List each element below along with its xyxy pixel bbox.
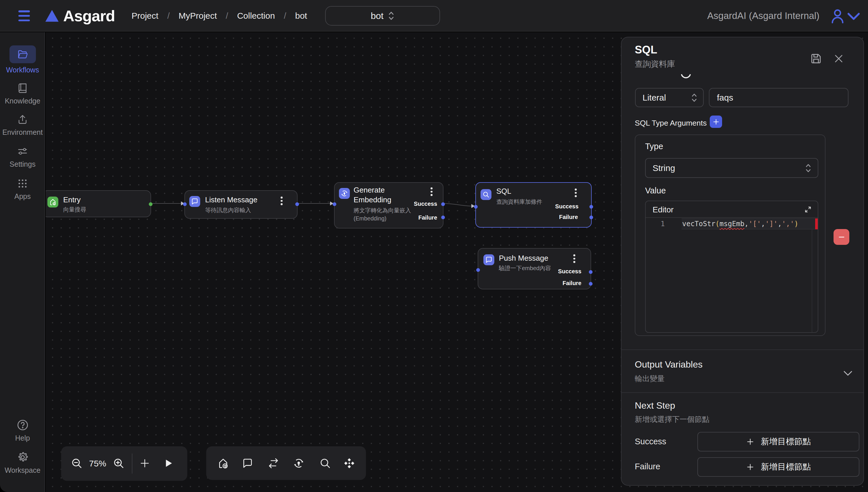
home-plus-icon bbox=[47, 197, 58, 207]
port-push-in[interactable] bbox=[476, 268, 480, 272]
node-menu-icon[interactable] bbox=[281, 197, 283, 205]
sidebar-item-workflows[interactable]: Workflows bbox=[0, 45, 45, 74]
next-step-failure-label: Failure bbox=[635, 462, 660, 471]
scrolled-icon-fragment bbox=[681, 74, 691, 82]
node-subtitle: 驗證一下embed內容 bbox=[499, 264, 551, 272]
argument-card: Type String Value Editor 1 vecToStr(msgE… bbox=[635, 134, 825, 336]
add-target-node-success-button[interactable]: 新增目標節點 bbox=[697, 432, 859, 451]
node-sql[interactable]: SQL 查詢資料庫加條件 Success Failure bbox=[475, 182, 592, 228]
add-argument-button[interactable] bbox=[710, 116, 722, 128]
panel-title: SQL bbox=[635, 44, 657, 56]
sidebar-item-workspace[interactable]: Workspace bbox=[0, 451, 45, 474]
search-node-button[interactable] bbox=[316, 454, 334, 472]
apps-grid-icon bbox=[17, 178, 28, 189]
close-icon[interactable] bbox=[834, 53, 844, 64]
swap-connection-button[interactable] bbox=[265, 454, 282, 472]
topbar: Asgard Project / MyProject / Collection … bbox=[0, 0, 868, 32]
type-label: Type bbox=[645, 142, 663, 151]
expand-icon[interactable] bbox=[804, 206, 812, 213]
node-title: Listen Message bbox=[205, 195, 257, 205]
node-title: Generate Embedding bbox=[354, 185, 402, 205]
argument-type-select[interactable]: String bbox=[645, 158, 818, 178]
select-updown-icon bbox=[805, 163, 811, 173]
run-button[interactable] bbox=[160, 454, 177, 472]
fit-view-button[interactable] bbox=[341, 454, 358, 472]
breadcrumb-separator: / bbox=[226, 11, 228, 21]
port-listen-out[interactable] bbox=[295, 202, 299, 206]
port-push-failure[interactable] bbox=[589, 282, 592, 286]
editor-body[interactable]: 1 vecToStr(msgEmb,'[',']',',') bbox=[646, 218, 818, 333]
output-variables-chevron-down-icon[interactable] bbox=[843, 369, 853, 377]
breadcrumb-separator: / bbox=[167, 11, 170, 21]
breadcrumb-item-project[interactable]: Project bbox=[131, 11, 158, 21]
port-listen-in[interactable] bbox=[183, 202, 187, 206]
edge-generate-sql bbox=[444, 203, 471, 206]
breadcrumb-item-bot[interactable]: bot bbox=[295, 11, 307, 21]
next-step-success-label: Success bbox=[635, 437, 666, 446]
port-generate-failure[interactable] bbox=[441, 216, 445, 219]
gear-icon bbox=[17, 451, 29, 463]
sidebar-item-apps[interactable]: Apps bbox=[0, 177, 45, 201]
add-message-node-button[interactable] bbox=[239, 454, 256, 472]
brand-name: Asgard bbox=[63, 7, 115, 25]
workflow-select[interactable]: bot bbox=[325, 6, 440, 26]
save-icon[interactable] bbox=[810, 52, 822, 65]
table-name-input[interactable]: faqs bbox=[709, 88, 848, 107]
port-push-success[interactable] bbox=[589, 270, 592, 274]
brand[interactable]: Asgard bbox=[45, 0, 115, 32]
table-name-input-value: faqs bbox=[717, 93, 733, 103]
app-window: Asgard Project / MyProject / Collection … bbox=[0, 0, 868, 492]
sidebar-item-environment[interactable]: Environment bbox=[0, 113, 45, 137]
sidebar-item-help[interactable]: Help bbox=[0, 419, 45, 442]
zoom-out-button[interactable] bbox=[68, 454, 85, 472]
node-menu-icon[interactable] bbox=[575, 189, 577, 197]
add-target-node-failure-button[interactable]: 新增目標節點 bbox=[697, 457, 859, 477]
remove-argument-button[interactable] bbox=[834, 229, 849, 245]
node-push-message[interactable]: Push Message 驗證一下embed內容 Success Failure bbox=[478, 248, 591, 289]
arg-source-select[interactable]: Literal bbox=[635, 88, 704, 107]
port-entry-out[interactable] bbox=[149, 202, 153, 206]
select-updown-icon bbox=[388, 11, 394, 21]
sidebar-item-label: Workspace bbox=[5, 466, 41, 474]
add-node-button[interactable] bbox=[136, 454, 153, 472]
node-subtitle: 等待訊息內容輸入 bbox=[205, 206, 251, 214]
arg-source-select-value: Literal bbox=[642, 93, 666, 103]
chat-bubble-icon bbox=[483, 254, 494, 265]
panel-divider bbox=[621, 392, 864, 393]
node-menu-icon[interactable] bbox=[431, 188, 433, 196]
sidebar-item-label: Knowledge bbox=[5, 97, 41, 105]
breadcrumb-item-myproject[interactable]: MyProject bbox=[179, 11, 217, 21]
code-editor[interactable]: Editor 1 vecToStr(msgEmb,'[',']',',') bbox=[645, 201, 818, 333]
breadcrumb-item-collection[interactable]: Collection bbox=[237, 11, 275, 21]
node-entry[interactable]: Entry 向量搜尋 bbox=[46, 190, 151, 217]
port-sql-success[interactable] bbox=[589, 205, 593, 208]
add-embedding-node-button[interactable] bbox=[290, 454, 307, 472]
menu-icon[interactable] bbox=[18, 10, 30, 21]
zoom-toolbar: 75% bbox=[61, 446, 187, 481]
next-step-title: Next Step bbox=[635, 400, 675, 411]
embedding-icon bbox=[339, 188, 350, 199]
sidebar-item-knowledge[interactable]: Knowledge bbox=[0, 82, 45, 105]
node-config-panel: SQL 查詢資料庫 Literal faqs SQL Type Argument… bbox=[621, 37, 864, 486]
port-sql-in[interactable] bbox=[474, 205, 478, 208]
sliders-icon bbox=[17, 146, 28, 157]
user-icon[interactable] bbox=[831, 8, 844, 23]
node-title: Entry bbox=[63, 195, 81, 205]
account-chevron-down-icon[interactable] bbox=[846, 10, 862, 22]
tools-toolbar bbox=[206, 446, 366, 480]
node-subtitle: 將文字轉化為向量嵌入 (Embedding) bbox=[354, 206, 414, 222]
add-entry-node-button[interactable] bbox=[214, 454, 232, 472]
node-menu-icon[interactable] bbox=[573, 254, 576, 263]
sidebar-item-label: Environment bbox=[2, 128, 43, 137]
node-title: SQL bbox=[496, 186, 511, 196]
port-generate-success[interactable] bbox=[441, 202, 445, 206]
node-listen-message[interactable]: Listen Message 等待訊息內容輸入 bbox=[184, 190, 298, 219]
port-sql-failure[interactable] bbox=[589, 216, 593, 219]
sidebar-item-settings[interactable]: Settings bbox=[0, 145, 45, 168]
folder-icon bbox=[17, 49, 28, 60]
panel-subtitle: 查詢資料庫 bbox=[635, 58, 675, 70]
port-generate-in[interactable] bbox=[333, 202, 336, 206]
help-circle-icon bbox=[17, 419, 29, 431]
node-generate-embedding[interactable]: Generate Embedding 將文字轉化為向量嵌入 (Embedding… bbox=[334, 182, 443, 228]
zoom-in-button[interactable] bbox=[110, 454, 127, 472]
